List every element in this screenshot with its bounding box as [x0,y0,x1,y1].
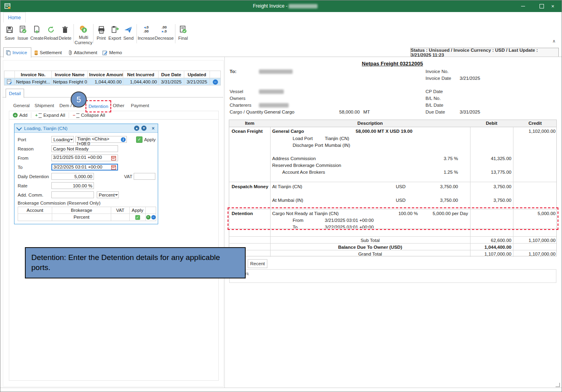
rate-input[interactable] [51,182,94,189]
tab-detail[interactable]: Detail [6,89,24,98]
add-comm-input[interactable] [51,191,94,198]
vat-input[interactable] [134,173,155,180]
invoice-list-row[interactable]: Netpas Freight... Netpas Freight 0... 1,… [4,78,220,85]
row-edit-icon [4,78,15,85]
detention-row-annotation-frame [228,207,558,230]
send-icon [124,24,133,35]
brokerage-row[interactable]: Percent ✓ + − [18,214,156,221]
window-title-redacted [289,4,318,8]
final-icon [179,24,187,35]
document-tab-strip: Invoice Settlement Attachment Memo Statu… [0,47,562,57]
ribbon-separator [175,24,175,43]
attachment-paperclip-icon [68,50,72,55]
calendar-icon[interactable] [111,165,116,170]
vessel-label: Vessel [230,89,243,94]
cp-date-label: CP Date [426,89,443,94]
minimize-icon [521,6,525,6]
step-badge: 5 [71,91,87,108]
recent-tab[interactable]: Recent [248,259,267,268]
calendar-icon[interactable] [111,156,116,160]
check-icon: ✓ [138,137,141,142]
up-arrow-icon: ▲ [135,126,138,130]
minus-icon: − [213,79,218,85]
panel-close-button[interactable]: × [152,126,155,131]
issue-icon [18,24,27,35]
collapse-all-button[interactable]: − Collapse All [69,111,109,119]
item-despatch-money: Despatch Money [232,184,268,189]
multi-currency-button[interactable]: Multi Currency [75,23,92,45]
reason-label: Reason [18,146,34,151]
charterers-redacted [259,103,289,108]
decrease-decimal-button[interactable]: .00▸.0 Decrease [155,23,173,45]
close-icon: × [551,4,554,9]
collapse-ribbon-button[interactable]: ∧ [552,39,556,44]
to-date-input[interactable]: 3/22/2025 03:01 +00:00 [51,164,118,171]
annotation-callout: Detention: Enter the Detention details f… [25,247,246,278]
remark-input[interactable] [229,269,556,283]
settlement-coins-icon [34,50,38,55]
delete-button[interactable]: Delete [58,23,72,45]
port-apply-checkbox[interactable]: ✓ [136,136,143,143]
multi-currency-icon [79,24,88,34]
tab-attachment[interactable]: Attachment [68,48,97,57]
info-icon[interactable]: i [121,137,126,142]
tab-invoice[interactable]: Invoice [3,47,31,58]
check-icon: ✓ [135,215,140,220]
cargo-value: General Cargo [264,110,294,114]
delete-icon [61,24,69,35]
expand-all-icon: + [35,113,37,118]
save-button[interactable]: Save [3,23,16,45]
to-label: To [18,165,22,170]
tab-settlement[interactable]: Settlement [34,48,62,57]
brokerage-vat-cell[interactable] [111,214,130,221]
expand-all-button[interactable]: + Expand All [31,111,69,119]
reload-button[interactable]: Reload [44,23,58,45]
create-button[interactable]: Create [30,23,44,45]
add-comm-unit-select[interactable]: Percent [97,191,119,198]
add-button[interactable]: + Add [9,111,31,119]
cargo-quantity-label: Cargo / Quantity [230,110,263,114]
send-button[interactable]: Send [122,23,135,45]
brokerage-header: Account Brokerage VAT Apply [18,207,156,214]
reload-icon [47,24,55,35]
move-up-button[interactable]: ▲ [134,126,139,131]
reason-input[interactable] [51,145,118,152]
resize-grip[interactable] [556,383,560,387]
subtab-payment[interactable]: Payment [131,103,149,108]
bl-date-label: B/L Date [426,103,443,108]
daily-detention-input[interactable] [51,173,94,180]
port-name-input[interactable]: Tianjin <China> [+08:0 i [75,136,127,143]
from-date-input[interactable]: 3/21/2025 03:01 +00:00 [51,154,118,161]
detail-tab-underline [2,97,223,97]
port-mode-select[interactable]: Loading [51,136,74,143]
brokerage-apply-cell[interactable]: ✓ [130,214,146,221]
move-down-button[interactable]: ▼ [141,126,147,131]
subtab-general[interactable]: General [13,103,30,108]
final-button[interactable]: Final [177,23,189,45]
caret-down-icon [70,139,73,140]
ribbon-tab-home[interactable]: Home [3,12,26,23]
row-remove-button[interactable]: − [151,215,156,219]
row-remove-button[interactable]: − [210,78,220,85]
charterers-label: Charterers [230,103,251,108]
add-comm-label: Add. Comm. [18,193,43,197]
tab-memo[interactable]: Memo [102,48,122,57]
invoice-list-table: Invoice No. Invoice Name Invoice Amount … [4,71,221,85]
detention-panel-header[interactable]: Loading, Tianjin (CN) ▲ ▼ × [14,124,158,133]
subtab-other[interactable]: Other [113,103,124,108]
issue-button[interactable]: Issue [16,23,29,45]
export-button[interactable]: Export [108,23,122,45]
subtab-detention[interactable]: Detention [86,100,111,112]
print-button[interactable]: Print [95,23,108,45]
close-button[interactable]: × [544,0,562,12]
decrease-decimal-icon: .00▸.0 [162,24,167,35]
brokerage-account-cell[interactable] [18,214,52,221]
minimize-button[interactable] [514,0,532,12]
subtab-shipment[interactable]: Shipment [35,103,54,108]
vessel-redacted [259,89,284,94]
app-icon [4,2,11,10]
increase-decimal-button[interactable]: ◂.0.00 Increase [138,23,154,45]
invoice-pages-icon [6,50,11,55]
brokerage-unit-cell[interactable]: Percent [52,214,111,221]
row-add-button[interactable]: + [146,215,151,219]
